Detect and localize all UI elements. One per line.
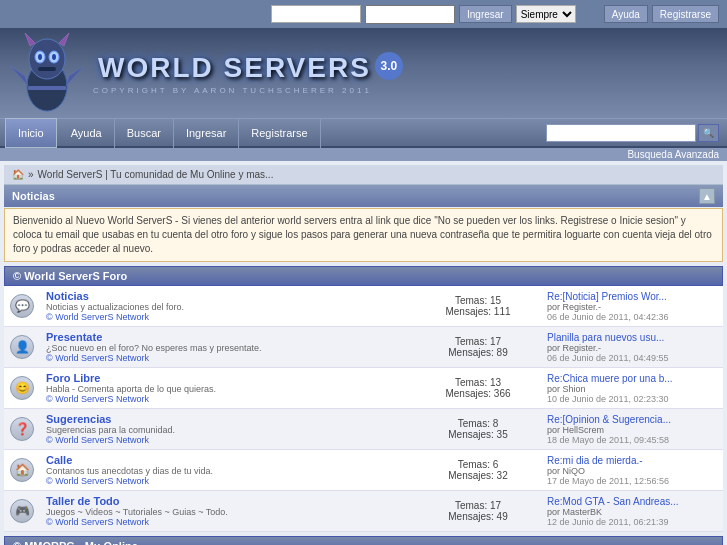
mascot-icon xyxy=(10,31,85,116)
forum-last-title[interactable]: Re:mi dia de mierda.- xyxy=(547,455,643,466)
forum-icon: 😊 xyxy=(4,372,40,404)
nav-bar: Inicio Ayuda Buscar Ingresar Registrarse… xyxy=(0,118,727,148)
forum-last-title[interactable]: Planilla para nuevos usu... xyxy=(547,332,664,343)
forum-icon: 👤 xyxy=(4,331,40,363)
site-logo-text: WORLD SERVERS xyxy=(98,52,371,84)
main-content: 🏠 » World ServerS | Tu comunidad de Mu O… xyxy=(0,161,727,545)
top-bar: Ingresar Siempre Ayuda Registrarse xyxy=(0,0,727,28)
forum-copyright: © World ServerS Network xyxy=(46,517,407,527)
forum-desc: ¿Soc nuevo en el foro? No esperes mas y … xyxy=(46,343,407,353)
forum-stats: Temas: 17 Mensajes: 89 xyxy=(413,332,543,362)
forum-info: Sugerencias Sugerencias para la comunida… xyxy=(40,409,413,449)
forum-icon-circle: ❓ xyxy=(10,417,34,441)
forum-section-mmorpg: © MMORPG - Mu Online 🌐 Servidores Public… xyxy=(4,536,723,545)
login-input[interactable] xyxy=(271,5,361,23)
advanced-search-link[interactable]: Busqueda Avanzada xyxy=(627,149,719,160)
forum-stats: Temas: 17 Mensajes: 49 xyxy=(413,496,543,526)
forum-name[interactable]: Foro Libre xyxy=(46,372,407,384)
forum-section-mmorpg-header: © MMORPG - Mu Online xyxy=(4,536,723,545)
forum-last-title[interactable]: Re:Chica muere por una b... xyxy=(547,373,673,384)
forum-last: Re:mi dia de mierda.- por NiQO 17 de May… xyxy=(543,451,723,490)
forum-stats: Temas: 15 Mensajes: 111 xyxy=(413,291,543,321)
forum-name[interactable]: Noticias xyxy=(46,290,407,302)
svg-marker-8 xyxy=(10,66,28,86)
forum-info: Presentate ¿Soc nuevo en el foro? No esp… xyxy=(40,327,413,367)
svg-rect-11 xyxy=(28,86,66,90)
forum-row: 😊 Foro Libre Habla - Comenta aporta de l… xyxy=(4,368,723,409)
nav-buscar[interactable]: Buscar xyxy=(115,118,174,148)
forum-temas: Temas: 13 xyxy=(417,377,539,388)
forum-last-title[interactable]: Re:[Opinion & Sugerencia... xyxy=(547,414,671,425)
forum-info: Foro Libre Habla - Comenta aporta de lo … xyxy=(40,368,413,408)
forum-stats: Temas: 6 Mensajes: 32 xyxy=(413,455,543,485)
forum-desc: Sugerencias para la comunidad. xyxy=(46,425,407,435)
password-input[interactable] xyxy=(365,5,455,24)
forum-name[interactable]: Calle xyxy=(46,454,407,466)
forum-name[interactable]: Presentate xyxy=(46,331,407,343)
forum-desc: Noticias y actualizaciones del foro. xyxy=(46,302,407,312)
forum-last-poster: por Shion xyxy=(547,384,719,394)
nav-registrarse[interactable]: Registrarse xyxy=(239,118,320,148)
forum-mensajes: Mensajes: 35 xyxy=(417,429,539,440)
forum-last-title[interactable]: Re:[Noticia] Premios Wor... xyxy=(547,291,667,302)
forum-row: 💬 Noticias Noticias y actualizaciones de… xyxy=(4,286,723,327)
forum-last-date: 06 de Junio de 2011, 04:49:55 xyxy=(547,353,719,363)
forum-mensajes: Mensajes: 32 xyxy=(417,470,539,481)
svg-marker-9 xyxy=(66,66,84,86)
forum-name[interactable]: Taller de Todo xyxy=(46,495,407,507)
nav-search-button[interactable]: 🔍 xyxy=(698,124,719,142)
forum-last: Re:Chica muere por una b... por Shion 10… xyxy=(543,369,723,408)
forum-row: ❓ Sugerencias Sugerencias para la comuni… xyxy=(4,409,723,450)
forum-rows-worldservers: 💬 Noticias Noticias y actualizaciones de… xyxy=(4,286,723,532)
forum-mensajes: Mensajes: 49 xyxy=(417,511,539,522)
nav-ayuda[interactable]: Ayuda xyxy=(59,118,115,148)
forum-last: Planilla para nuevos usu... por Register… xyxy=(543,328,723,367)
forum-icon: 🏠 xyxy=(4,454,40,486)
breadcrumb-separator: » xyxy=(28,169,34,180)
forum-stats: Temas: 8 Mensajes: 35 xyxy=(413,414,543,444)
noticias-content: Bienvenido al Nuevo World ServerS - Si v… xyxy=(4,208,723,262)
forum-mensajes: Mensajes: 111 xyxy=(417,306,539,317)
registrarse-button[interactable]: Registrarse xyxy=(652,5,719,23)
forum-icon-circle: 😊 xyxy=(10,376,34,400)
noticias-collapse-btn[interactable]: ▲ xyxy=(699,188,715,204)
forum-mensajes: Mensajes: 89 xyxy=(417,347,539,358)
breadcrumb: 🏠 » World ServerS | Tu comunidad de Mu O… xyxy=(4,165,723,185)
nav-inicio[interactable]: Inicio xyxy=(5,118,57,148)
forum-copyright: © World ServerS Network xyxy=(46,435,407,445)
forum-last-date: 06 de Junio de 2011, 04:42:36 xyxy=(547,312,719,322)
forum-icon-circle: 💬 xyxy=(10,294,34,318)
forum-temas: Temas: 17 xyxy=(417,500,539,511)
forum-info: Taller de Todo Juegos ~ Videos ~ Tutoria… xyxy=(40,491,413,531)
noticias-title: Noticias xyxy=(12,190,55,202)
forum-temas: Temas: 15 xyxy=(417,295,539,306)
forum-last-poster: por NiQO xyxy=(547,466,719,476)
svg-marker-6 xyxy=(25,33,35,46)
forum-name[interactable]: Sugerencias xyxy=(46,413,407,425)
forum-icon-circle: 👤 xyxy=(10,335,34,359)
forum-copyright: © World ServerS Network xyxy=(46,312,407,322)
forum-last-title[interactable]: Re:Mod GTA - San Andreas... xyxy=(547,496,679,507)
ingresar-button[interactable]: Ingresar xyxy=(459,5,512,23)
forum-icon: 🎮 xyxy=(4,495,40,527)
forum-icon: 💬 xyxy=(4,290,40,322)
svg-point-1 xyxy=(29,39,65,79)
forum-section-worldservers: © World ServerS Foro 💬 Noticias Noticias… xyxy=(4,266,723,532)
site-subtitle: COPYRIGHT BY AARON TUCHSCHERER 2011 xyxy=(93,86,403,95)
svg-point-4 xyxy=(38,54,42,60)
nav-search-input[interactable] xyxy=(546,124,696,142)
forum-last: Re:[Opinion & Sugerencia... por HellScre… xyxy=(543,410,723,449)
home-icon[interactable]: 🏠 xyxy=(12,169,24,180)
forum-copyright: © World ServerS Network xyxy=(46,394,407,404)
nav-ingresar[interactable]: Ingresar xyxy=(174,118,239,148)
noticias-section: Noticias ▲ Bienvenido al Nuevo World Ser… xyxy=(4,185,723,262)
forum-last-poster: por Register.- xyxy=(547,343,719,353)
forum-last-date: 18 de Mayo de 2011, 09:45:58 xyxy=(547,435,719,445)
remember-select[interactable]: Siempre xyxy=(516,5,576,23)
ayuda-button[interactable]: Ayuda xyxy=(604,5,648,23)
svg-marker-7 xyxy=(59,33,69,46)
breadcrumb-path: World ServerS | Tu comunidad de Mu Onlin… xyxy=(38,169,274,180)
forum-info: Calle Contanos tus anecdotas y dias de t… xyxy=(40,450,413,490)
svg-point-5 xyxy=(52,54,56,60)
site-header: WORLD SERVERS 3.0 COPYRIGHT BY AARON TUC… xyxy=(0,28,727,118)
